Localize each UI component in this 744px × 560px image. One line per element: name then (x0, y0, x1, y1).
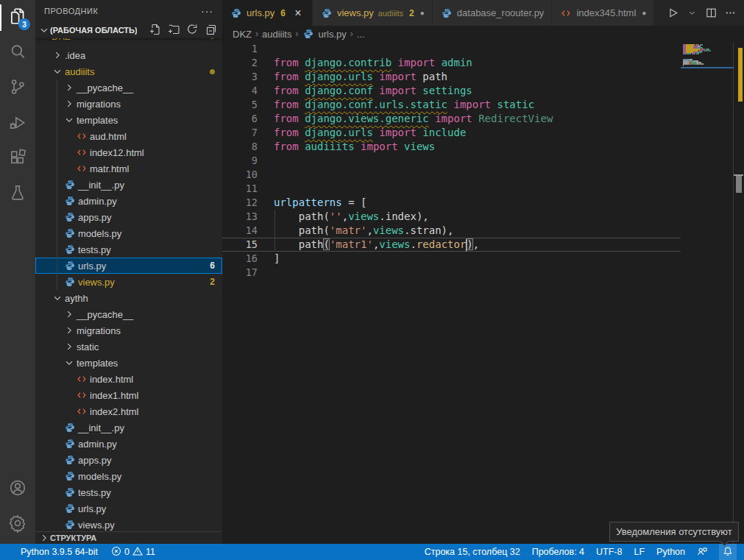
activity-bar-testing[interactable] (0, 177, 35, 212)
status-encoding[interactable]: UTF-8 (596, 544, 622, 560)
activity-bar-search[interactable] (0, 35, 35, 71)
tree-item-admin-py[interactable]: admin.py (35, 436, 222, 452)
minimap[interactable] (681, 42, 734, 544)
run-button[interactable] (665, 5, 681, 21)
code-line-2[interactable]: 2from django.contrib import admin (222, 56, 681, 70)
code-line-1[interactable]: 1 (222, 42, 681, 56)
workspace-section-header[interactable]: (РАБОЧАЯ ОБЛАСТЬ) ... (35, 22, 222, 38)
code-line-7[interactable]: 7from django.urls import include (222, 126, 681, 140)
dirty-indicator[interactable]: ● (642, 9, 646, 17)
code-line-15[interactable]: 15 path('matr1',views.redactor), (222, 238, 681, 252)
activity-bar-settings[interactable] (0, 507, 35, 542)
html (75, 130, 88, 142)
tab-urls-py[interactable]: urls.py6× (222, 0, 313, 26)
tab-views-py[interactable]: views.pyaudiiits2● (313, 0, 433, 26)
tree-item-templates[interactable]: templates (35, 112, 222, 128)
tree-item-matr-html[interactable]: matr.html (35, 160, 222, 177)
more-actions-button[interactable] (722, 5, 738, 21)
overview-ruler[interactable] (734, 42, 744, 544)
tree-item-index2-html[interactable]: index2.html (35, 403, 222, 419)
tree-item-dkz[interactable]: DKZ (35, 38, 222, 47)
tree-item-apps-py[interactable]: apps.py (35, 209, 222, 225)
py (63, 244, 77, 255)
tree-item-index-html[interactable]: index.html (35, 371, 222, 387)
tab-index345-html[interactable]: index345.html● (552, 0, 654, 26)
collapse-all-button[interactable] (205, 24, 218, 37)
tree-item-urls-py[interactable]: urls.py (35, 500, 222, 517)
tree-item-templates[interactable]: templates (35, 355, 222, 371)
tab-database-roouter-py[interactable]: database_roouter.py (433, 0, 553, 26)
code-line-12[interactable]: 12urlpatterns = [ (222, 196, 681, 210)
tree-item-migrations[interactable]: migrations (35, 96, 222, 112)
tree-item-static[interactable]: static (35, 339, 222, 355)
line-number: 6 (222, 112, 258, 126)
python-interpreter-status[interactable]: Python 3.9.5 64-bit (21, 544, 98, 560)
warning-icon (132, 546, 143, 559)
tree-item--pycache-[interactable]: __pycache__ (35, 79, 222, 96)
code-line-3[interactable]: 3from django.urls import path (222, 70, 681, 84)
tree-item-aythh[interactable]: aythh (35, 290, 222, 306)
tree-item-index12-html[interactable]: index12.html (35, 144, 222, 160)
status-indentation[interactable]: Пробелов: 4 (532, 544, 584, 560)
status-language-mode[interactable]: Python (656, 544, 685, 560)
code-line-17[interactable]: 17 (222, 266, 681, 280)
breadcrumb-item[interactable]: ... (357, 29, 365, 40)
new-folder-button[interactable] (168, 24, 181, 37)
code-line-8[interactable]: 8from audiiits import views (222, 140, 681, 154)
split-editor-button[interactable] (703, 5, 719, 21)
sidebar-more-actions-button[interactable]: ··· (201, 5, 213, 17)
close-icon[interactable]: × (291, 7, 305, 20)
tree-item--init-py[interactable]: __init__.py (35, 177, 222, 193)
tree-item-models-py[interactable]: models.py (35, 225, 222, 241)
breadcrumb-item[interactable]: audiiits (262, 29, 291, 40)
new-file-button[interactable] (149, 24, 163, 37)
tree-item-tests-py[interactable]: tests.py (35, 484, 222, 500)
activity-bar-extensions[interactable] (0, 141, 35, 177)
tree-item-admin-py[interactable]: admin.py (35, 193, 222, 209)
dirty-indicator[interactable]: ● (420, 9, 425, 17)
status-label: UTF-8 (596, 547, 622, 557)
status-cursor-position[interactable]: Строка 15, столбец 32 (425, 544, 520, 560)
tree-item-aud-html[interactable]: aud.html (35, 128, 222, 144)
tree-item-views-py[interactable]: views.py2 (35, 274, 222, 290)
tree-item--idea[interactable]: .idea (35, 47, 222, 63)
tree-item-models-py[interactable]: models.py (35, 468, 222, 484)
status-feedback[interactable] (697, 544, 707, 560)
problems-status[interactable]: 0 11 (111, 544, 155, 560)
scrollbar-slider[interactable] (736, 176, 742, 193)
status-eol[interactable]: LF (634, 544, 645, 560)
tree-item-urls-py[interactable]: urls.py6 (35, 258, 222, 274)
code-editor[interactable]: 12from django.contrib import admin3from … (222, 42, 744, 544)
code-line-4[interactable]: 4from django.conf import settings (222, 84, 681, 98)
activity-bar-explorer[interactable]: 3 (0, 0, 35, 35)
code-line-6[interactable]: 6from django.views.generic import Redire… (222, 112, 681, 126)
breadcrumb-item[interactable]: urls.py (302, 28, 346, 40)
tree-item-label: urls.py (78, 260, 106, 272)
code-line-10[interactable]: 10 (222, 168, 681, 182)
status-bar: Python 3.9.5 64-bit 0 11 Строка 15, стол… (0, 544, 744, 560)
refresh-button[interactable] (186, 24, 199, 37)
tree-item-migrations[interactable]: migrations (35, 322, 222, 339)
code-line-9[interactable]: 9 (222, 154, 681, 168)
activity-bar-run-debug[interactable] (0, 106, 35, 141)
code-line-5[interactable]: 5from django.conf.urls.static import sta… (222, 98, 681, 112)
tree-item--pycache-[interactable]: __pycache__ (35, 306, 222, 322)
code-line-16[interactable]: 16] (222, 252, 681, 266)
activity-bar-accounts[interactable] (0, 472, 35, 507)
breadcrumb-item[interactable]: DKZ (233, 29, 252, 40)
tree-item-label: templates (77, 358, 118, 369)
code-line-14[interactable]: 14 path('matr',views.stran), (222, 224, 681, 238)
tree-item-index1-html[interactable]: index1.html (35, 387, 222, 403)
status-notifications[interactable] (719, 544, 737, 560)
code-line-13[interactable]: 13 path('',views.index), (222, 210, 681, 224)
code-line-11[interactable]: 11 (222, 182, 681, 196)
tree-item-apps-py[interactable]: apps.py (35, 452, 222, 468)
activity-bar-source-control[interactable] (0, 71, 35, 106)
outline-section-header[interactable]: СТРУКТУРА (35, 531, 222, 544)
tree-item-audiiits[interactable]: audiiits (35, 63, 222, 79)
tree-item-tests-py[interactable]: tests.py (35, 241, 222, 258)
tab-problems-badge: 6 (280, 8, 286, 18)
tree-item--init-py[interactable]: __init__.py (35, 419, 222, 436)
tree-item-views-py[interactable]: views.py (35, 517, 222, 531)
run-dropdown[interactable] (684, 5, 700, 21)
